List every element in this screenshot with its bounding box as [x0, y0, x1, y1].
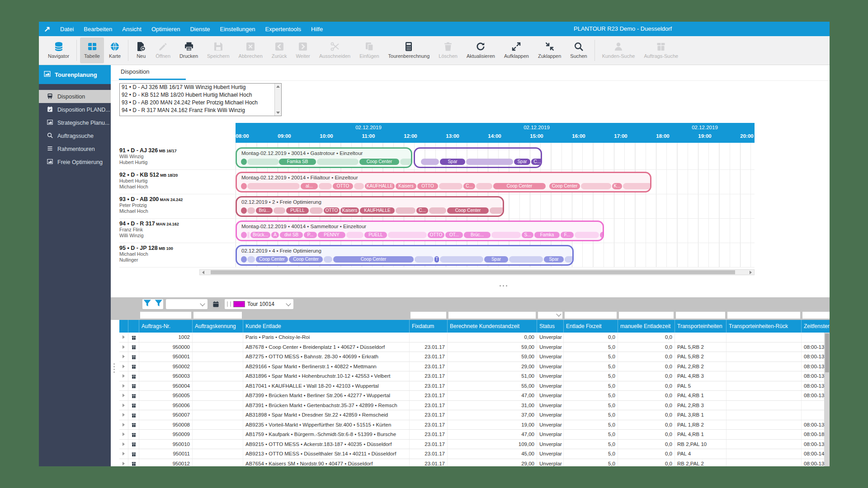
tour-drive-segment[interactable]	[241, 183, 247, 189]
tour-stop[interactable]: OTTO	[428, 232, 444, 238]
tour-stop[interactable]: Spar	[544, 256, 564, 263]
tour-stop[interactable]: Coop Center	[549, 183, 580, 189]
tour-stop[interactable]: K...	[612, 183, 622, 189]
scroll-down-icon[interactable]	[276, 112, 280, 114]
tour-drive-segment[interactable]	[396, 207, 415, 214]
expand-arrow-icon[interactable]	[123, 423, 125, 427]
expand-arrow-icon[interactable]	[123, 355, 125, 358]
column-filter-input[interactable]	[619, 312, 674, 319]
tour-drive-segment[interactable]	[241, 207, 247, 214]
column-filter-input[interactable]	[448, 312, 536, 319]
row-expander[interactable]	[119, 371, 128, 381]
toolbar-button-neu[interactable]: Neu	[132, 38, 151, 63]
tour-block[interactable]: 02.12.2019 • 4 • Freie OptimierungCoop C…	[236, 245, 574, 266]
tour-list-item[interactable]: 91 • D - AJ 326 MB 16/17 Willi Winzig Hu…	[120, 84, 275, 91]
menu-item-expertentools[interactable]: Expertentools	[260, 26, 307, 33]
menu-item-hilfe[interactable]: Hilfe	[306, 26, 328, 33]
tour-block[interactable]: 02.12.2019 • 2 • Freie OptimierungBrü...…	[236, 196, 504, 217]
scroll-right-icon[interactable]	[750, 271, 752, 274]
menu-item-ansicht[interactable]: Ansicht	[117, 26, 146, 33]
column-filter-input[interactable]	[565, 312, 617, 319]
tour-stop[interactable]: A	[271, 232, 279, 238]
tour-stop[interactable]: OTTO	[417, 183, 438, 189]
filter-dropdown[interactable]	[166, 299, 208, 309]
row-expander[interactable]	[119, 449, 128, 459]
toolbar-button-aufklappen[interactable]: Aufklappen	[500, 38, 533, 63]
table-row[interactable]: 950008AB9235 • Vorteil-Markt • Wipperfür…	[119, 420, 830, 430]
tour-stop[interactable]: Coop Center	[359, 159, 399, 165]
tour-block[interactable]: Montag-02.12.2019 • 40014 • Sammeltour •…	[236, 221, 604, 241]
tour-stop[interactable]: P...	[304, 232, 317, 238]
scroll-left-icon[interactable]	[202, 271, 204, 274]
table-row[interactable]: 950004AB17041 • KAUFHALLE • Wall 18-20 •…	[119, 381, 830, 391]
expand-arrow-icon[interactable]	[123, 335, 125, 339]
menu-item-dienste[interactable]: Dienste	[185, 26, 215, 33]
expand-arrow-icon[interactable]	[123, 384, 125, 388]
toolbar-button-tabelle[interactable]: Tabelle	[80, 38, 104, 63]
tour-stop[interactable]: Coop Center	[493, 183, 546, 189]
menu-item-datei[interactable]: Datei	[55, 26, 79, 33]
toolbar-button-tourenberechnung[interactable]: Tourenberechnung	[384, 38, 434, 63]
tour-stop[interactable]: Brüc...	[464, 232, 491, 238]
row-expander[interactable]	[119, 362, 128, 371]
tour-stop[interactable]: Coop Center	[289, 256, 323, 263]
column-filter-input[interactable]	[802, 312, 830, 319]
tour-stop[interactable]: Brü...	[256, 207, 273, 214]
tour-stop[interactable]: Coop Center	[333, 256, 414, 263]
row-expander[interactable]	[119, 430, 128, 439]
gantt-horizontal-scrollbar[interactable]	[199, 269, 755, 275]
sidebar-item-freie-optimierung[interactable]: Freie Optimierung	[39, 155, 111, 169]
scroll-up-icon[interactable]	[276, 85, 280, 88]
tab-disposition[interactable]: Disposition	[121, 68, 150, 75]
toolbar-button-karte[interactable]: Karte	[105, 38, 125, 63]
table-row[interactable]: 950001AB7275 • OTTO MESS • Bahnstr. 28-3…	[119, 352, 830, 362]
table-header-cell[interactable]	[128, 320, 139, 333]
tour-drive-segment[interactable]	[319, 183, 332, 189]
tour-drive-segment[interactable]	[415, 256, 434, 263]
tour-stop[interactable]: PUELL	[364, 232, 387, 238]
toolbar-button-aktualisieren[interactable]: Aktualisieren	[462, 38, 499, 63]
toolbar-button-navigator[interactable]: Navigator	[44, 38, 73, 63]
expand-arrow-icon[interactable]	[123, 413, 125, 417]
tour-drive-segment[interactable]	[247, 183, 300, 189]
tour-block[interactable]: SparSparC...	[414, 147, 542, 168]
expand-arrow-icon[interactable]	[123, 432, 125, 436]
tour-drive-segment[interactable]	[439, 183, 462, 189]
tour-drive-segment[interactable]	[600, 232, 604, 238]
row-expander[interactable]	[119, 333, 128, 342]
tour-stop[interactable]: C...	[463, 183, 475, 189]
table-splitter-handle[interactable]	[113, 363, 115, 373]
tour-drive-segment[interactable]	[241, 256, 247, 263]
table-row[interactable]: 950000AB7678 • Coop Center • Breidenplat…	[119, 343, 830, 352]
tour-drive-segment[interactable]	[575, 232, 599, 238]
tour-stop[interactable]: KAUFHALLE	[360, 207, 395, 214]
sidebar-header-tourenplanung[interactable]: Tourenplanung	[39, 65, 111, 84]
tour-drive-segment[interactable]	[509, 256, 543, 263]
expand-arrow-icon[interactable]	[123, 345, 125, 349]
tour-drive-segment[interactable]	[274, 207, 285, 214]
table-row[interactable]: 950007AB31898 • Spar Markt • Dresdner St…	[119, 410, 830, 420]
tour-stop[interactable]: Brück...	[250, 232, 270, 238]
tour-stop[interactable]: S...	[522, 232, 533, 238]
row-expander[interactable]	[119, 381, 128, 391]
tour-stop[interactable]: OTTO	[333, 183, 353, 189]
tour-stop[interactable]: PENNY	[318, 232, 345, 238]
table-header-auftragskennung[interactable]: Auftragskennung	[193, 320, 243, 333]
scrollbar-thumb[interactable]	[825, 333, 829, 372]
filter-buttons[interactable]	[142, 299, 163, 309]
tour-stop[interactable]: C...	[416, 207, 428, 214]
expand-arrow-icon[interactable]	[123, 394, 125, 397]
tour-drive-segment[interactable]	[400, 159, 412, 165]
column-filter-input[interactable]	[538, 312, 562, 319]
expand-arrow-icon[interactable]	[123, 462, 125, 465]
expand-arrow-icon[interactable]	[123, 365, 125, 368]
table-row[interactable]: 950005AB7399 • Brücken Markt • Berliner …	[119, 391, 830, 401]
tour-drive-segment[interactable]	[565, 256, 574, 263]
tour-stop[interactable]: Famka	[534, 232, 560, 238]
tour-block[interactable]: Montag-02.12.2019 • 20014 • Filialtour •…	[236, 172, 651, 192]
table-row[interactable]: 950012AB7654 • Kaisers SM • Nordstr.90 •…	[119, 459, 830, 467]
tour-stop[interactable]: PUELL	[286, 207, 309, 214]
tour-drive-segment[interactable]	[241, 159, 247, 165]
menu-item-optimieren[interactable]: Optimieren	[146, 26, 185, 33]
row-expander[interactable]	[119, 459, 128, 467]
